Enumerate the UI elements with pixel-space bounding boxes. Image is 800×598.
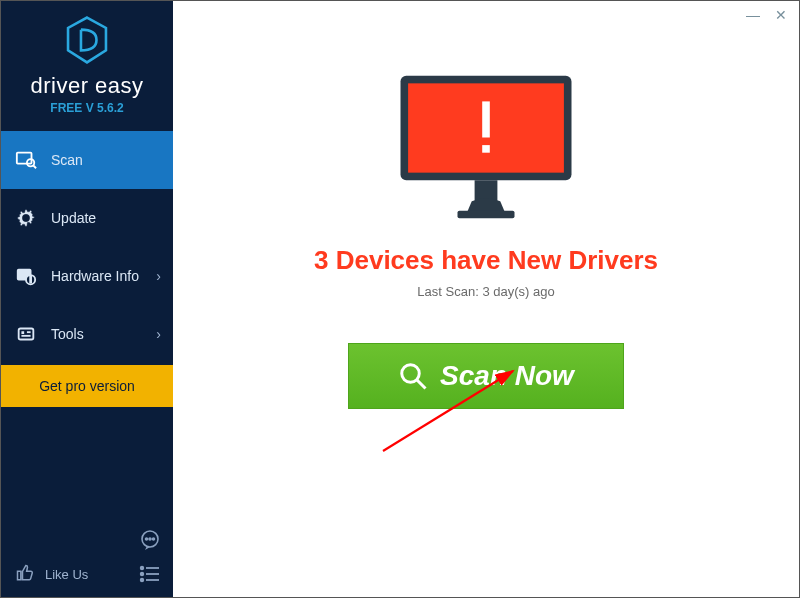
tools-icon (15, 323, 37, 345)
minimize-button[interactable]: — (745, 7, 761, 23)
nav-scan[interactable]: Scan (1, 131, 173, 189)
nav-hardware-label: Hardware Info (51, 268, 139, 284)
svg-rect-27 (458, 211, 515, 219)
brand-name: driver easy (1, 73, 173, 99)
brand-version: FREE V 5.6.2 (1, 101, 173, 115)
nav-update-label: Update (51, 210, 96, 226)
svg-rect-26 (475, 180, 498, 201)
sidebar: driver easy FREE V 5.6.2 Scan Update (1, 1, 173, 597)
scan-icon (15, 149, 37, 171)
chevron-right-icon: › (156, 326, 161, 342)
nav-update[interactable]: Update (1, 189, 173, 247)
main-panel: 3 Devices have New Drivers Last Scan: 3 … (173, 1, 799, 597)
update-gear-icon (15, 207, 37, 229)
sidebar-bottom: Like Us (1, 519, 173, 597)
thumbs-up-icon[interactable] (15, 563, 35, 586)
brand-block: driver easy FREE V 5.6.2 (1, 1, 173, 125)
svg-point-20 (141, 579, 144, 582)
svg-marker-4 (24, 215, 28, 221)
svg-rect-24 (482, 101, 490, 137)
monitor-alert-icon (391, 71, 581, 223)
svg-line-3 (33, 166, 36, 169)
svg-point-28 (402, 365, 420, 383)
chevron-right-icon: › (156, 268, 161, 284)
svg-marker-0 (68, 18, 106, 63)
nav-tools-label: Tools (51, 326, 84, 342)
svg-rect-25 (482, 145, 490, 153)
scan-now-button[interactable]: Scan Now (348, 343, 624, 409)
nav-tools[interactable]: Tools › (1, 305, 173, 363)
nav: Scan Update i Hardware Info › (1, 131, 173, 363)
last-scan-text: Last Scan: 3 day(s) ago (417, 284, 554, 299)
like-us-label[interactable]: Like Us (45, 567, 88, 582)
svg-rect-11 (21, 335, 30, 337)
svg-point-18 (141, 573, 144, 576)
nav-hardware[interactable]: i Hardware Info › (1, 247, 173, 305)
svg-text:i: i (30, 276, 32, 283)
get-pro-label: Get pro version (39, 378, 135, 394)
menu-list-icon[interactable] (137, 561, 163, 587)
svg-rect-9 (21, 331, 24, 334)
feedback-icon[interactable] (137, 527, 163, 553)
svg-point-16 (141, 567, 144, 570)
status-headline: 3 Devices have New Drivers (314, 245, 658, 276)
hardware-info-icon: i (15, 265, 37, 287)
nav-scan-label: Scan (51, 152, 83, 168)
app-logo-icon (65, 15, 109, 65)
svg-point-14 (149, 538, 151, 540)
svg-point-13 (146, 538, 148, 540)
close-button[interactable]: ✕ (773, 7, 789, 23)
svg-rect-8 (19, 329, 34, 340)
svg-rect-10 (27, 331, 31, 333)
svg-point-15 (153, 538, 155, 540)
search-icon (398, 361, 428, 391)
svg-line-29 (417, 380, 426, 389)
scan-now-label: Scan Now (440, 360, 574, 392)
svg-rect-1 (17, 153, 32, 164)
get-pro-button[interactable]: Get pro version (1, 365, 173, 407)
